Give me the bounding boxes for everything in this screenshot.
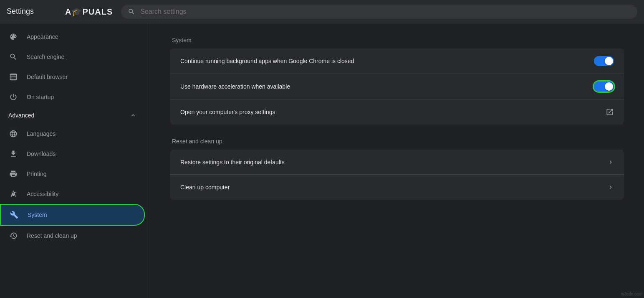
sidebar-item-reset[interactable]: Reset and clean up <box>0 226 145 246</box>
sidebar-item-appearance-label: Appearance <box>27 33 58 40</box>
advanced-section-header[interactable]: Advanced <box>0 107 145 124</box>
proxy-settings-row[interactable]: Open your computer's proxy settings <box>170 99 624 125</box>
sidebar-item-printing-label: Printing <box>27 171 46 177</box>
proxy-settings-text: Open your computer's proxy settings <box>180 109 275 115</box>
accessibility-icon <box>8 189 18 199</box>
sidebar-item-system-label: System <box>28 211 47 218</box>
hardware-acceleration-text: Use hardware acceleration when available <box>180 83 290 90</box>
sidebar-item-on-startup-label: On startup <box>27 94 54 100</box>
main-layout: Appearance Search engine Default browser <box>0 23 644 298</box>
restore-settings-row[interactable]: Restore settings to their original defau… <box>170 150 624 175</box>
svg-point-1 <box>13 191 14 192</box>
system-settings-group: Continue running background apps when Go… <box>170 48 624 125</box>
search-input[interactable] <box>140 8 631 15</box>
sidebar-item-languages-label: Languages <box>27 130 56 137</box>
reset-section-title: Reset and clean up <box>170 138 624 145</box>
search-engine-icon <box>8 52 18 62</box>
languages-icon <box>8 129 18 139</box>
hardware-acceleration-toggle[interactable] <box>594 82 614 92</box>
background-apps-toggle[interactable] <box>594 56 614 66</box>
appearance-icon <box>8 32 18 42</box>
sidebar-item-system[interactable]: System <box>0 204 145 226</box>
sidebar-item-languages[interactable]: Languages <box>0 124 145 144</box>
reset-icon <box>8 231 18 241</box>
clean-up-computer-row[interactable]: Clean up computer <box>170 175 624 200</box>
sidebar-item-search-engine-label: Search engine <box>27 53 64 60</box>
default-browser-icon <box>8 72 18 82</box>
settings-title: Settings <box>7 7 57 16</box>
reset-settings-group: Restore settings to their original defau… <box>170 150 624 200</box>
restore-settings-arrow-icon <box>607 159 614 166</box>
background-apps-text: Continue running background apps when Go… <box>180 58 354 64</box>
printing-icon <box>8 169 18 179</box>
search-icon <box>128 8 135 15</box>
header: Settings A🎓PUALS <box>0 0 644 23</box>
sidebar-item-default-browser-label: Default browser <box>27 74 68 80</box>
clean-up-computer-arrow-icon <box>607 184 614 191</box>
background-apps-toggle-slider <box>594 56 614 66</box>
background-apps-row[interactable]: Continue running background apps when Go… <box>170 48 624 74</box>
chevron-up-icon <box>130 112 136 119</box>
system-icon <box>9 210 19 220</box>
sidebar-item-search-engine[interactable]: Search engine <box>0 47 145 67</box>
hardware-acceleration-row[interactable]: Use hardware acceleration when available <box>170 74 624 99</box>
sidebar-item-accessibility[interactable]: Accessibility <box>0 184 145 204</box>
system-section-title: System <box>170 37 624 43</box>
appuals-logo: A🎓PUALS <box>65 7 113 17</box>
search-bar <box>121 5 637 19</box>
sidebar-item-reset-label: Reset and clean up <box>27 232 77 239</box>
main-content: System Continue running background apps … <box>150 23 644 298</box>
restore-settings-text: Restore settings to their original defau… <box>180 159 285 166</box>
sidebar-item-downloads[interactable]: Downloads <box>0 144 145 164</box>
sidebar-item-accessibility-label: Accessibility <box>27 191 58 197</box>
appuals-text: A🎓PUALS <box>65 7 113 17</box>
sidebar-item-printing[interactable]: Printing <box>0 164 145 184</box>
sidebar: Appearance Search engine Default browser <box>0 23 150 298</box>
advanced-label: Advanced <box>8 112 34 119</box>
sidebar-item-on-startup[interactable]: On startup <box>0 87 145 107</box>
sidebar-item-appearance[interactable]: Appearance <box>0 27 145 47</box>
clean-up-computer-text: Clean up computer <box>180 184 230 191</box>
downloads-icon <box>8 149 18 159</box>
external-link-icon <box>606 108 614 116</box>
hardware-acceleration-toggle-slider <box>594 82 614 92</box>
on-startup-icon <box>8 92 18 102</box>
sidebar-item-default-browser[interactable]: Default browser <box>0 67 145 87</box>
watermark: w3cdn.com <box>621 292 642 296</box>
sidebar-item-downloads-label: Downloads <box>27 150 56 157</box>
